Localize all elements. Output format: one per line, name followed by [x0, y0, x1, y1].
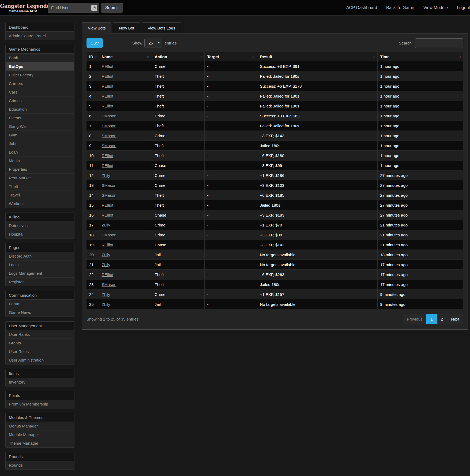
- sidebar-item-crimes[interactable]: Crimes: [6, 96, 74, 105]
- sidebar-item-workout[interactable]: Workout: [6, 199, 74, 208]
- sidebar-item-game-news[interactable]: Game News: [6, 308, 74, 317]
- bot-name-link[interactable]: ZLily: [102, 252, 110, 257]
- sidebar-item-forum[interactable]: Forum: [6, 300, 74, 308]
- sidebar-item-admin-control-panel[interactable]: Admin Control Panel: [6, 32, 74, 40]
- sidebar-item-menus-manager[interactable]: Menus Manager: [6, 422, 74, 430]
- bot-name-link[interactable]: RElliot: [102, 272, 113, 277]
- topnav-link-acp-dashboard[interactable]: ACP Dashboard: [342, 5, 382, 10]
- cell-id: 4: [87, 91, 99, 101]
- sidebar-item-module-manager[interactable]: Module Manager: [6, 430, 74, 439]
- bot-name-link[interactable]: RElliot: [102, 213, 113, 217]
- cell-action: Theft: [152, 270, 204, 280]
- bot-name-link[interactable]: ZLily: [102, 262, 110, 267]
- sidebar-item-rounds[interactable]: Rounds: [6, 461, 74, 469]
- bot-name-link[interactable]: RElliot: [102, 153, 113, 158]
- column-header-name[interactable]: Name↓↑: [99, 52, 152, 61]
- bot-name-link[interactable]: RElliot: [102, 203, 113, 207]
- table-row: 19RElliotChase-+3 EXP, $14221 minutes ag…: [87, 240, 463, 250]
- csv-export-button[interactable]: CSV: [87, 38, 103, 48]
- topnav-link-view-module[interactable]: View Module: [419, 5, 452, 10]
- bot-name-link[interactable]: RElliot: [102, 84, 113, 88]
- cell-action: Crime: [152, 170, 204, 180]
- bot-name-link[interactable]: SMason: [102, 282, 116, 287]
- sidebar-item-grants[interactable]: Grants: [6, 339, 74, 347]
- table-row: 24ZLilyCrime-+1 EXP, $1579 minutes ago: [87, 289, 463, 299]
- sidebar-item-logs-management[interactable]: Logs Management: [6, 269, 74, 278]
- column-header-target[interactable]: Target↓↑: [204, 52, 257, 61]
- pagination-page-1[interactable]: 1: [426, 314, 437, 324]
- sidebar-item-events[interactable]: Events: [6, 114, 74, 122]
- sidebar-item-login[interactable]: Login: [6, 261, 74, 269]
- bot-name-link[interactable]: SMason: [102, 114, 116, 118]
- cell-id: 24: [87, 289, 99, 299]
- bot-name-link[interactable]: RElliot: [102, 94, 113, 98]
- topnav-link-back-to-game[interactable]: Back To Game: [382, 5, 419, 10]
- sidebar-item-discord-auth[interactable]: Discord Auth: [6, 252, 74, 261]
- cell-action: Theft: [152, 81, 204, 91]
- sidebar-item-careers[interactable]: Careers: [6, 79, 74, 88]
- tab-view-bots-logs[interactable]: View Bots Logs: [142, 22, 181, 34]
- topbar: Gangster Legends Game Name ACP ℗ Submit …: [0, 0, 470, 16]
- sidebar-item-gang-war[interactable]: Gang War: [6, 122, 74, 131]
- bot-name-link[interactable]: SMason: [102, 193, 116, 198]
- sidebar-item-theft[interactable]: Theft: [6, 182, 74, 191]
- page-length-select[interactable]: 25: [144, 39, 162, 47]
- bot-name-link[interactable]: RElliot: [102, 243, 113, 247]
- column-header-action[interactable]: Action↓↑: [152, 52, 204, 61]
- bot-name-link[interactable]: RElliot: [102, 163, 113, 168]
- bot-name-link[interactable]: SMason: [102, 183, 116, 188]
- bot-name-link[interactable]: ZLily: [102, 173, 110, 178]
- bot-name-link[interactable]: SMason: [102, 233, 116, 237]
- bot-name-link[interactable]: SMason: [102, 124, 116, 128]
- cell-time: 1 hour ago: [377, 131, 463, 141]
- sidebar-item-premium-membership[interactable]: Premium Membership: [6, 400, 74, 408]
- bot-name-link[interactable]: ZLily: [102, 292, 110, 297]
- cell-time: 1 hour ago: [377, 111, 463, 121]
- bot-name-link[interactable]: SMason: [102, 133, 116, 138]
- pagination-page-2[interactable]: 2: [437, 314, 447, 324]
- bot-name-link[interactable]: ZLily: [102, 223, 110, 227]
- sidebar-item-user-roles[interactable]: User Roles: [6, 347, 74, 356]
- column-header-result[interactable]: Result↓↑: [257, 52, 377, 61]
- pagination-previous-button[interactable]: Previous: [403, 314, 426, 324]
- submit-button[interactable]: Submit: [101, 3, 123, 13]
- sidebar-item-travel[interactable]: Travel: [6, 191, 74, 199]
- sidebar-item-theme-manager[interactable]: Theme Manager: [6, 439, 74, 447]
- sidebar-item-inventory[interactable]: Inventory: [6, 378, 74, 386]
- sidebar-item-bullet-factory[interactable]: Bullet Factory: [6, 71, 74, 79]
- bot-name-link[interactable]: ZLily: [102, 302, 110, 307]
- cell-result: Jailed 180s: [257, 280, 377, 289]
- search-input[interactable]: [415, 38, 463, 48]
- sidebar-item-jobs[interactable]: Jobs: [6, 139, 74, 148]
- sidebar-item-bank[interactable]: Bank: [6, 54, 74, 62]
- sidebar-item-user-ranks[interactable]: User Ranks: [6, 330, 74, 339]
- sidebar-item-education[interactable]: Education: [6, 105, 74, 114]
- bot-name-link[interactable]: RElliot: [102, 74, 113, 79]
- sidebar-item-gym[interactable]: Gym: [6, 131, 74, 139]
- cell-target: -: [204, 81, 257, 91]
- topnav-link-logout[interactable]: Logout: [452, 5, 470, 10]
- sidebar-item-botops[interactable]: BotOps: [6, 62, 74, 71]
- pagination-next-button[interactable]: Next: [447, 314, 463, 324]
- sidebar-section-communication: CommunicationForumGame News: [5, 291, 74, 317]
- sidebar-item-hospital[interactable]: Hospital: [6, 230, 74, 238]
- tab-view-bots[interactable]: View Bots: [82, 22, 111, 34]
- bot-name-link[interactable]: SMason: [102, 143, 116, 148]
- column-header-id[interactable]: ID↓↑: [87, 52, 99, 61]
- column-header-time[interactable]: Time↓↑: [377, 52, 463, 61]
- sidebar-section-header: Modules & Themes: [6, 413, 74, 422]
- sidebar-item-loan[interactable]: Loan: [6, 148, 74, 157]
- bot-name-link[interactable]: RElliot: [102, 104, 113, 108]
- tab-new-bot[interactable]: New Bot: [113, 22, 140, 34]
- sidebar-item-user-administration[interactable]: User Administration: [6, 356, 74, 364]
- sidebar-item-register[interactable]: Register: [6, 278, 74, 286]
- cell-target: -: [204, 299, 257, 309]
- sidebar-item-properties[interactable]: Properties: [6, 165, 74, 174]
- sidebar-item-detectives[interactable]: Detectives: [6, 221, 74, 230]
- cell-action: Theft: [152, 101, 204, 111]
- cell-result: +3 EXP, $142: [257, 240, 377, 250]
- sidebar-item-merits[interactable]: Merits: [6, 157, 74, 165]
- sidebar-item-cars[interactable]: Cars: [6, 88, 74, 96]
- bot-name-link[interactable]: RElliot: [102, 64, 113, 69]
- sidebar-item-rent-market[interactable]: Rent Market: [6, 174, 74, 182]
